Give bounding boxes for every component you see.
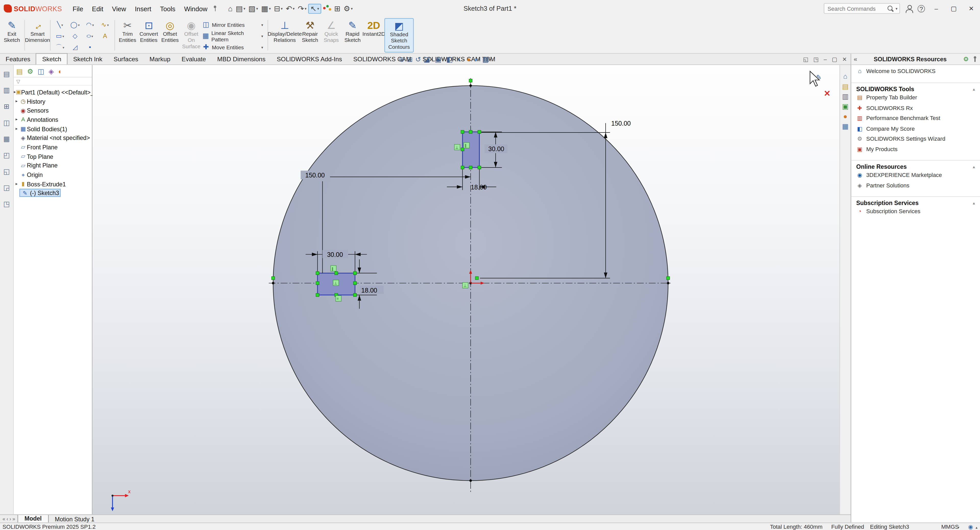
linear-sketch-pattern-button[interactable]: ▦Linear Sketch Pattern▾ bbox=[202, 31, 266, 41]
text-tool[interactable]: A bbox=[97, 31, 113, 42]
shaded-sketch-contours-button[interactable]: ◩ Shaded Sketch Contours bbox=[384, 18, 414, 53]
tree-item-origin[interactable]: ⌖ Origin bbox=[14, 170, 92, 179]
sketch-canvas[interactable]: 150.00 150.00 30.00 bbox=[92, 65, 839, 514]
pin-menu-icon[interactable] bbox=[212, 5, 218, 11]
pane-options-gear-icon[interactable]: ⚙ bbox=[963, 56, 969, 62]
menu-insert[interactable]: Insert bbox=[130, 5, 156, 12]
tab-surfaces[interactable]: Surfaces bbox=[108, 53, 144, 64]
move-entities-button[interactable]: ✚Move Entities▾ bbox=[202, 42, 266, 52]
tree-item-sensors[interactable]: ◉ Sensors bbox=[14, 106, 92, 115]
tree-item-solid-bodies[interactable]: ▸ ▦ Solid Bodies(1) bbox=[14, 124, 92, 134]
tab-mbd-dimensions[interactable]: MBD Dimensions bbox=[212, 53, 271, 64]
menu-window[interactable]: Window bbox=[180, 5, 212, 12]
undo-button[interactable]: ↶▾ bbox=[285, 4, 296, 13]
arc-tool[interactable]: ◠▾ bbox=[83, 19, 97, 31]
expand-icon[interactable]: ▸ bbox=[14, 181, 19, 186]
instant2d-button[interactable]: 2D Instant2D bbox=[363, 18, 384, 53]
display-manager-tab-icon[interactable]: ◐ bbox=[58, 67, 62, 75]
section-view-icon[interactable]: ◪▾ bbox=[424, 56, 433, 63]
doc-minimize-button[interactable]: – bbox=[824, 56, 827, 62]
circle-tool[interactable]: ◯▾ bbox=[67, 19, 83, 31]
doc-close-button[interactable]: ✕ bbox=[842, 56, 847, 62]
trim-entities-button[interactable]: ✂ Trim Entities bbox=[117, 18, 138, 53]
apply-scene-icon[interactable]: ◑▾ bbox=[473, 56, 480, 63]
next-tab-icon[interactable]: › bbox=[10, 516, 11, 522]
expand-icon[interactable]: ▸ bbox=[14, 126, 19, 132]
rapid-sketch-button[interactable]: ✎ Rapid Sketch bbox=[342, 18, 363, 53]
display-delete-relations-button[interactable]: ⊥ Display/Delete Relations bbox=[270, 18, 299, 53]
link-property-tab-builder[interactable]: ▤ Property Tab Builder bbox=[851, 92, 980, 103]
link-3dexperience-marketplace[interactable]: ◉ 3DEXPERIENCE Marketplace bbox=[851, 170, 980, 180]
display-style-icon[interactable]: ◧▾ bbox=[446, 56, 455, 63]
tab-scroll-buttons[interactable]: « ‹ › » bbox=[0, 516, 18, 522]
dim-text-vertical-150[interactable]: 150.00 bbox=[611, 120, 631, 127]
zoom-to-area-icon[interactable]: ⊞ bbox=[407, 56, 413, 63]
offset-entities-button[interactable]: ◎ Offset Entities bbox=[159, 18, 180, 53]
expand-icon[interactable]: ▸ bbox=[14, 117, 19, 122]
dock-icon-8[interactable]: ◲ bbox=[3, 184, 10, 192]
collapse-section-icon[interactable]: ▴ bbox=[973, 201, 975, 205]
mass-properties-button[interactable]: ⊞ bbox=[333, 4, 342, 13]
menu-view[interactable]: View bbox=[108, 5, 130, 12]
tree-item-right-plane[interactable]: ▱ Right Plane bbox=[14, 161, 92, 170]
print-button[interactable]: ⊟▾ bbox=[272, 4, 284, 13]
selection-filter-icon[interactable] bbox=[321, 4, 332, 13]
help-icon[interactable]: ? bbox=[918, 5, 925, 12]
new-window-icon[interactable]: ◱ bbox=[803, 56, 808, 62]
options-button[interactable]: ⚙▾ bbox=[342, 4, 354, 13]
select-tool-button[interactable]: ↖▾ bbox=[309, 3, 321, 13]
link-subscription-services[interactable]: ◔ Subscription Services bbox=[851, 206, 980, 216]
units-dropdown-icon[interactable]: ▾ bbox=[958, 525, 959, 529]
redo-button[interactable]: ↷▾ bbox=[297, 4, 308, 13]
menu-tools[interactable]: Tools bbox=[156, 5, 180, 12]
menu-edit[interactable]: Edit bbox=[88, 5, 108, 12]
tree-item-annotations[interactable]: ▸ A Annotations bbox=[14, 115, 92, 124]
tab-sketch[interactable]: Sketch bbox=[36, 53, 68, 64]
previous-view-icon[interactable]: ↺ bbox=[415, 56, 421, 63]
top-sketch-rectangle[interactable] bbox=[463, 132, 479, 168]
dim-text-top-rect-height[interactable]: 30.00 bbox=[488, 145, 504, 153]
link-compare-my-score[interactable]: ◧ Compare My Score bbox=[851, 124, 980, 134]
cascade-windows-icon[interactable]: ◳ bbox=[813, 56, 819, 62]
status-expand-icon[interactable]: ▴ bbox=[976, 525, 977, 529]
feature-manager-tree-tab-icon[interactable]: ▤ bbox=[16, 67, 23, 75]
tree-item-top-plane[interactable]: ▱ Top Plane bbox=[14, 152, 92, 161]
file-explorer-tab-icon[interactable]: ▥ bbox=[842, 92, 849, 100]
tree-item-boss-extrude[interactable]: ▸ ▮ Boss-Extrude1 bbox=[14, 179, 92, 188]
spline-tool[interactable]: ∿▾ bbox=[97, 19, 113, 31]
collapse-section-icon[interactable]: ▴ bbox=[973, 164, 975, 169]
section-solidworks-tools[interactable]: SOLIDWORKS Tools ▴ bbox=[851, 83, 980, 92]
smart-dimension-button[interactable]: ↔ Smart Dimension bbox=[27, 18, 48, 53]
edit-appearance-icon[interactable]: ● bbox=[466, 56, 471, 63]
first-tab-icon[interactable]: « bbox=[3, 516, 5, 522]
home-button[interactable]: ⌂ bbox=[227, 4, 234, 13]
minimize-button[interactable]: – bbox=[930, 5, 942, 12]
dock-icon-6[interactable]: ◰ bbox=[3, 151, 10, 159]
selected-tree-item[interactable]: ✎ (-) Sketch3 bbox=[19, 189, 61, 197]
expand-icon[interactable]: ▸ bbox=[14, 90, 16, 95]
tab-evaluate[interactable]: Evaluate bbox=[176, 53, 212, 64]
open-button[interactable]: ▧▾ bbox=[247, 4, 259, 13]
design-library-tab-icon[interactable]: ▤ bbox=[842, 83, 849, 90]
search-dropdown-icon[interactable]: ▾ bbox=[896, 6, 897, 11]
search-input[interactable] bbox=[826, 5, 885, 12]
new-document-button[interactable]: ▤▾ bbox=[234, 4, 247, 13]
rectangle-tool[interactable]: ▭▾ bbox=[52, 31, 68, 42]
user-account-icon[interactable] bbox=[905, 5, 912, 12]
tab-solidworks-add-ins[interactable]: SOLIDWORKS Add-Ins bbox=[271, 53, 348, 64]
dim-text-top-rect-width[interactable]: 18.00 bbox=[471, 183, 487, 191]
configuration-manager-tab-icon[interactable]: ◫ bbox=[38, 67, 44, 75]
view-orientation-icon[interactable]: ▣▾ bbox=[435, 56, 444, 63]
hide-show-items-icon[interactable]: ◐▾ bbox=[458, 56, 464, 63]
view-settings-icon[interactable]: ▩▾ bbox=[482, 56, 491, 63]
expand-icon[interactable]: ▸ bbox=[14, 99, 19, 104]
confirmation-corner[interactable]: ✎ ✕ bbox=[810, 71, 831, 98]
collapse-section-icon[interactable]: ▴ bbox=[973, 86, 975, 92]
dim-text-horizontal-150[interactable]: 150.00 bbox=[305, 172, 325, 179]
pane-pin-icon[interactable] bbox=[971, 56, 977, 62]
tab-motion-study-1[interactable]: Motion Study 1 bbox=[48, 515, 100, 523]
close-button[interactable]: ✕ bbox=[965, 5, 977, 12]
property-manager-tab-icon[interactable]: ⚙ bbox=[27, 67, 33, 75]
chamfer-tool[interactable]: ◿ bbox=[67, 42, 83, 53]
link-partner-solutions[interactable]: ◈ Partner Solutions bbox=[851, 180, 980, 191]
